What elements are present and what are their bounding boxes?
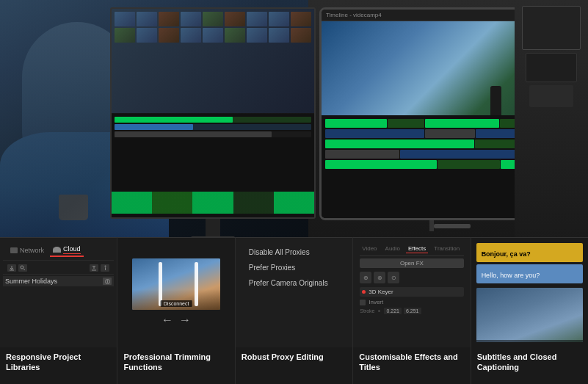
timeline-title: Timeline - videcamp4: [326, 12, 382, 18]
invert-checkbox[interactable]: [360, 300, 366, 305]
effect-icon-2[interactable]: ⊗: [374, 272, 385, 283]
tab-audio[interactable]: Audio: [383, 244, 402, 253]
trim-preview-image: Disconnect: [132, 258, 220, 310]
subtitle-line-1: Bonjour, ça va?: [476, 243, 583, 262]
effects-tabs: Video Audio Effects Transition: [360, 244, 463, 256]
subtitle-video-thumbnail: [476, 288, 583, 342]
download-icon[interactable]: [7, 264, 16, 272]
effect-icon-1[interactable]: ⊕: [360, 272, 371, 283]
trim-handle-right[interactable]: [195, 262, 198, 306]
card-preview-subtitles: Bonjour, ça va? Hello, how are you?: [471, 238, 588, 347]
svg-rect-5: [107, 280, 108, 283]
studio-desk-right: [515, 0, 588, 242]
card-label-effects: Customisable Effects and Titles: [353, 347, 470, 384]
card-label-trimming: Professional Trimming Functions: [117, 347, 234, 384]
subtitle-line-2: Hello, how are you?: [476, 264, 583, 283]
trim-handle-left[interactable]: [159, 262, 162, 306]
info-icon[interactable]: [101, 264, 109, 272]
trim-label: Disconnect: [161, 300, 192, 307]
proxy-menu-camera[interactable]: Prefer Camera Originals: [245, 277, 343, 289]
card-preview-trimming: Disconnect ← →: [117, 238, 234, 347]
feature-card-libraries: Network Cloud: [0, 237, 117, 384]
stroke-value-2[interactable]: 6.251: [404, 308, 421, 314]
stroke-row: Stroke 0.221 6.251: [360, 308, 463, 314]
proxy-menu-prefer[interactable]: Prefer Proxies: [245, 261, 343, 274]
stroke-separator: [378, 310, 380, 312]
tab-cloud[interactable]: Cloud: [50, 244, 84, 257]
stroke-label: Stroke: [360, 308, 374, 314]
tab-transition[interactable]: Transition: [432, 244, 462, 253]
tab-effects[interactable]: Effects: [406, 244, 428, 253]
card-preview-effects: Video Audio Effects Transition Open FX ⊕…: [353, 238, 470, 347]
proxy-menu-disable[interactable]: Disable All Proxies: [245, 246, 343, 258]
item-info-btn[interactable]: [103, 278, 112, 285]
card-label-libraries: Responsive Project Libraries: [0, 347, 117, 384]
left-monitor: [110, 7, 316, 242]
card-label-subtitles: Subtitles and Closed Captioning: [471, 347, 588, 384]
svg-line-1: [23, 269, 25, 270]
library-item[interactable]: Summer Holidays: [3, 276, 114, 286]
card-preview-proxy: Disable All Proxies Prefer Proxies Prefe…: [236, 238, 352, 347]
feature-card-proxy: Disable All Proxies Prefer Proxies Prefe…: [236, 237, 353, 384]
svg-point-0: [21, 266, 23, 269]
feature-cards-row: Network Cloud: [0, 237, 588, 384]
card-preview-libraries: Network Cloud: [0, 238, 117, 347]
trim-arrows-indicator: ← →: [161, 314, 191, 327]
invert-row: Invert: [360, 299, 463, 305]
tab-network[interactable]: Network: [7, 245, 47, 256]
card-label-proxy: Robust Proxy Editing: [236, 347, 352, 384]
effect-icon-3[interactable]: ⊙: [388, 272, 399, 283]
tab-video[interactable]: Video: [360, 244, 379, 253]
feature-card-effects: Video Audio Effects Transition Open FX ⊕…: [353, 237, 471, 384]
hero-container: Timeline - videcamp4: [0, 0, 588, 384]
svg-rect-6: [107, 280, 108, 280]
svg-point-2: [104, 266, 106, 267]
keyer-button[interactable]: 3D Keyer: [360, 287, 463, 297]
monitors-area: Timeline - videcamp4: [110, 7, 581, 242]
stroke-value-1[interactable]: 0.221: [384, 308, 402, 314]
svg-rect-3: [105, 267, 106, 270]
left-monitor-screen: [110, 7, 316, 219]
search-icon[interactable]: [18, 264, 27, 272]
keyer-active-dot: [362, 290, 366, 294]
open-fx-button[interactable]: Open FX: [360, 258, 463, 268]
upload-icon[interactable]: [90, 264, 98, 272]
feature-card-subtitles: Bonjour, ça va? Hello, how are you? Subt…: [471, 237, 588, 384]
effects-icon-row: ⊕ ⊗ ⊙: [360, 270, 463, 285]
feature-card-trimming: Disconnect ← → Professional Trimming Fun…: [117, 237, 235, 384]
